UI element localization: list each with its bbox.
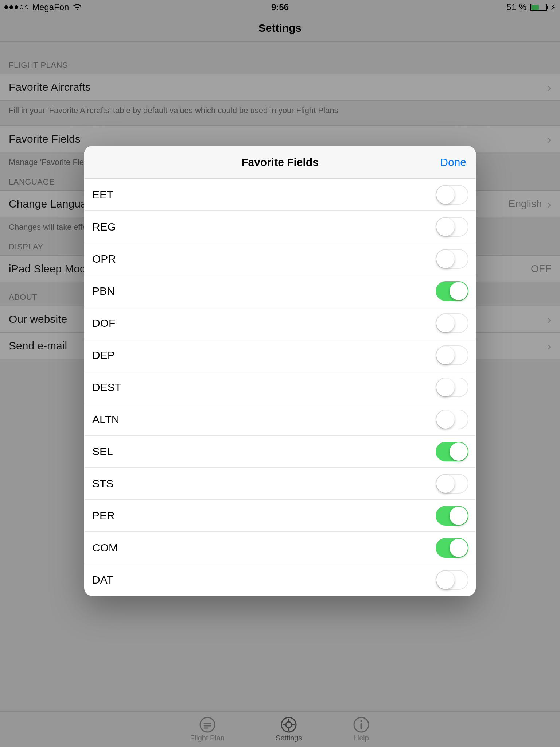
field-row-dof: DOF — [84, 307, 476, 339]
svg-point-0 — [200, 717, 215, 732]
toggle-pbn[interactable] — [436, 281, 468, 301]
modal-header: Favorite Fields Done — [84, 146, 476, 179]
field-row-sts: STS — [84, 468, 476, 500]
done-button[interactable]: Done — [440, 146, 466, 178]
field-row-opr: OPR — [84, 243, 476, 275]
svg-point-2 — [286, 722, 292, 728]
row-title: Favorite Fields — [9, 133, 81, 145]
toggle-opr[interactable] — [436, 249, 468, 269]
toggle-knob — [436, 346, 455, 364]
field-label: DEST — [92, 381, 121, 394]
gear-icon — [280, 716, 297, 733]
field-label: COM — [92, 542, 118, 554]
modal-title: Favorite Fields — [241, 156, 319, 169]
battery-percent: 51 % — [506, 2, 526, 12]
field-label: SEL — [92, 445, 113, 458]
toggle-knob — [436, 218, 455, 236]
toggle-reg[interactable] — [436, 217, 468, 237]
field-label: DOF — [92, 317, 115, 329]
toggle-dof[interactable] — [436, 313, 468, 333]
chevron-right-icon: › — [547, 312, 551, 326]
tab-label: Help — [354, 734, 369, 742]
field-row-com: COM — [84, 532, 476, 564]
row-value: OFF — [531, 263, 551, 275]
field-row-dep: DEP — [84, 339, 476, 371]
row-title: Our website — [9, 313, 67, 325]
row-title: iPad Sleep Mode — [9, 263, 92, 275]
toggle-knob — [450, 507, 468, 525]
chevron-right-icon: › — [547, 197, 551, 211]
tab-label: Flight Plan — [190, 734, 225, 742]
row-footer: Fill in your 'Favorite Aircrafts' table … — [0, 101, 560, 115]
toggle-knob — [450, 539, 468, 557]
toggle-knob — [436, 250, 455, 268]
row-title: Favorite Aircrafts — [9, 81, 91, 93]
info-icon — [353, 716, 370, 733]
charging-icon: ⚡︎ — [551, 3, 556, 12]
field-label: DEP — [92, 349, 115, 361]
chevron-right-icon: › — [547, 80, 551, 94]
row-title: Send e-mail — [9, 340, 67, 352]
field-label: ALTN — [92, 413, 119, 426]
field-label: PER — [92, 510, 115, 522]
field-label: REG — [92, 221, 116, 233]
field-row-dest: DEST — [84, 371, 476, 403]
field-row-eet: EET — [84, 179, 476, 211]
status-bar: MegaFon 9:56 51 % ⚡︎ — [0, 0, 560, 15]
tab-help[interactable]: Help — [353, 716, 370, 742]
row-value: English — [509, 198, 542, 210]
section-header-flight-plans: FLIGHT PLANS — [0, 42, 560, 74]
field-row-altn: ALTN — [84, 403, 476, 436]
chevron-right-icon: › — [547, 339, 551, 353]
carrier-label: MegaFon — [32, 2, 69, 12]
tab-settings[interactable]: Settings — [276, 716, 302, 742]
favorite-fields-modal: Favorite Fields Done EETREGOPRPBNDOFDEPD… — [84, 146, 476, 596]
field-label: OPR — [92, 253, 116, 265]
wifi-icon — [73, 4, 82, 11]
field-label: EET — [92, 189, 113, 201]
modal-list[interactable]: EETREGOPRPBNDOFDEPDESTALTNSELSTSPERCOMDA… — [84, 179, 476, 596]
toggle-per[interactable] — [436, 506, 468, 526]
toggle-dep[interactable] — [436, 345, 468, 365]
toggle-dat[interactable] — [436, 570, 468, 590]
toggle-knob — [450, 442, 468, 461]
toggle-knob — [436, 378, 455, 396]
clock: 9:56 — [271, 2, 289, 12]
field-row-dat: DAT — [84, 564, 476, 596]
field-label: DAT — [92, 574, 113, 586]
toggle-knob — [436, 571, 455, 589]
tab-bar: Flight Plan Settings Help — [0, 711, 560, 747]
field-row-reg: REG — [84, 211, 476, 243]
svg-rect-9 — [361, 723, 362, 729]
toggle-sel[interactable] — [436, 442, 468, 461]
tab-label: Settings — [276, 734, 302, 742]
toggle-knob — [450, 282, 468, 300]
tab-flight-plan[interactable]: Flight Plan — [190, 716, 225, 742]
svg-point-8 — [361, 720, 362, 722]
toggle-knob — [436, 186, 455, 204]
field-label: PBN — [92, 285, 115, 297]
toggle-altn[interactable] — [436, 410, 468, 429]
field-row-per: PER — [84, 500, 476, 532]
field-row-sel: SEL — [84, 436, 476, 468]
signal-strength-icon — [4, 5, 28, 9]
toggle-knob — [436, 410, 455, 429]
row-favorite-aircrafts[interactable]: Favorite Aircrafts › — [0, 74, 560, 101]
toggle-dest[interactable] — [436, 378, 468, 397]
field-row-pbn: PBN — [84, 275, 476, 307]
page-title: Settings — [0, 15, 560, 42]
battery-icon — [530, 4, 547, 11]
chevron-right-icon: › — [547, 132, 551, 146]
toggle-knob — [436, 314, 455, 332]
toggle-eet[interactable] — [436, 185, 468, 205]
field-label: STS — [92, 477, 113, 490]
toggle-knob — [436, 475, 455, 493]
flight-plan-icon — [199, 716, 216, 733]
toggle-sts[interactable] — [436, 474, 468, 494]
toggle-com[interactable] — [436, 538, 468, 558]
